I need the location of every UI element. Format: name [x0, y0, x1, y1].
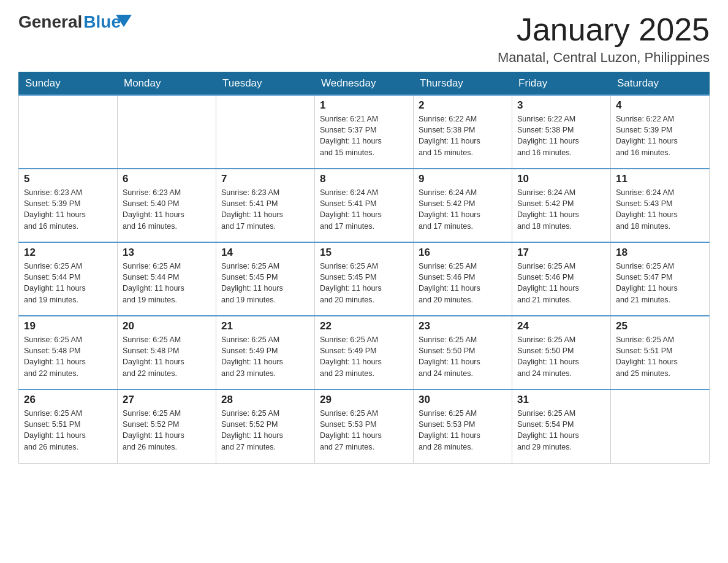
calendar-cell: 20Sunrise: 6:25 AM Sunset: 5:48 PM Dayli… — [118, 316, 216, 389]
calendar-cell: 6Sunrise: 6:23 AM Sunset: 5:40 PM Daylig… — [118, 169, 216, 242]
day-number: 14 — [221, 247, 309, 259]
day-info: Sunrise: 6:25 AM Sunset: 5:47 PM Dayligh… — [616, 261, 704, 305]
month-title: January 2025 — [498, 12, 710, 47]
day-number: 6 — [123, 173, 211, 185]
weekday-header-tuesday: Tuesday — [216, 72, 315, 96]
day-info: Sunrise: 6:25 AM Sunset: 5:48 PM Dayligh… — [123, 334, 211, 379]
day-info: Sunrise: 6:25 AM Sunset: 5:45 PM Dayligh… — [320, 261, 408, 305]
calendar-cell: 5Sunrise: 6:23 AM Sunset: 5:39 PM Daylig… — [19, 169, 118, 242]
calendar-cell: 8Sunrise: 6:24 AM Sunset: 5:41 PM Daylig… — [315, 169, 414, 242]
logo-blue: Blue — [83, 12, 121, 31]
calendar-cell: 26Sunrise: 6:25 AM Sunset: 5:51 PM Dayli… — [19, 389, 118, 463]
week-row: 12Sunrise: 6:25 AM Sunset: 5:44 PM Dayli… — [19, 242, 710, 316]
day-info: Sunrise: 6:25 AM Sunset: 5:53 PM Dayligh… — [419, 408, 507, 453]
weekday-header-row: SundayMondayTuesdayWednesdayThursdayFrid… — [19, 72, 710, 96]
day-info: Sunrise: 6:25 AM Sunset: 5:48 PM Dayligh… — [24, 334, 112, 379]
day-info: Sunrise: 6:25 AM Sunset: 5:46 PM Dayligh… — [517, 261, 605, 305]
calendar-cell — [118, 95, 216, 169]
week-row: 1Sunrise: 6:21 AM Sunset: 5:37 PM Daylig… — [19, 95, 710, 169]
calendar-cell: 21Sunrise: 6:25 AM Sunset: 5:49 PM Dayli… — [216, 316, 315, 389]
calendar-cell: 3Sunrise: 6:22 AM Sunset: 5:38 PM Daylig… — [512, 95, 611, 169]
day-info: Sunrise: 6:23 AM Sunset: 5:41 PM Dayligh… — [221, 187, 309, 232]
day-number: 25 — [616, 320, 704, 332]
day-info: Sunrise: 6:25 AM Sunset: 5:54 PM Dayligh… — [517, 408, 605, 453]
day-info: Sunrise: 6:25 AM Sunset: 5:51 PM Dayligh… — [24, 408, 112, 453]
day-info: Sunrise: 6:23 AM Sunset: 5:40 PM Dayligh… — [123, 187, 211, 232]
day-info: Sunrise: 6:22 AM Sunset: 5:39 PM Dayligh… — [616, 113, 704, 158]
day-info: Sunrise: 6:25 AM Sunset: 5:44 PM Dayligh… — [123, 261, 211, 305]
calendar-table: SundayMondayTuesdayWednesdayThursdayFrid… — [18, 72, 710, 464]
day-number: 24 — [517, 320, 605, 332]
calendar-cell: 29Sunrise: 6:25 AM Sunset: 5:53 PM Dayli… — [315, 389, 414, 463]
day-number: 2 — [419, 99, 507, 112]
calendar-cell: 30Sunrise: 6:25 AM Sunset: 5:53 PM Dayli… — [414, 389, 512, 463]
calendar-cell: 22Sunrise: 6:25 AM Sunset: 5:49 PM Dayli… — [315, 316, 414, 389]
day-number: 19 — [24, 320, 112, 332]
day-number: 12 — [24, 247, 112, 259]
day-number: 21 — [221, 320, 309, 332]
calendar-cell — [19, 95, 118, 169]
calendar-cell: 12Sunrise: 6:25 AM Sunset: 5:44 PM Dayli… — [19, 242, 118, 316]
calendar-cell: 17Sunrise: 6:25 AM Sunset: 5:46 PM Dayli… — [512, 242, 611, 316]
day-info: Sunrise: 6:25 AM Sunset: 5:50 PM Dayligh… — [419, 334, 507, 379]
day-info: Sunrise: 6:21 AM Sunset: 5:37 PM Dayligh… — [320, 113, 408, 158]
calendar-cell: 24Sunrise: 6:25 AM Sunset: 5:50 PM Dayli… — [512, 316, 611, 389]
day-number: 9 — [419, 173, 507, 185]
calendar-cell — [216, 95, 315, 169]
day-number: 11 — [616, 173, 704, 185]
calendar-cell: 15Sunrise: 6:25 AM Sunset: 5:45 PM Dayli… — [315, 242, 414, 316]
weekday-header-monday: Monday — [118, 72, 216, 96]
day-number: 27 — [123, 394, 211, 406]
day-number: 23 — [419, 320, 507, 332]
calendar-cell: 4Sunrise: 6:22 AM Sunset: 5:39 PM Daylig… — [611, 95, 710, 169]
calendar-cell: 13Sunrise: 6:25 AM Sunset: 5:44 PM Dayli… — [118, 242, 216, 316]
day-info: Sunrise: 6:25 AM Sunset: 5:46 PM Dayligh… — [419, 261, 507, 305]
calendar-cell: 25Sunrise: 6:25 AM Sunset: 5:51 PM Dayli… — [611, 316, 710, 389]
day-number: 8 — [320, 173, 408, 185]
day-number: 3 — [517, 99, 605, 112]
week-row: 26Sunrise: 6:25 AM Sunset: 5:51 PM Dayli… — [19, 389, 710, 463]
day-number: 1 — [320, 99, 408, 112]
day-info: Sunrise: 6:25 AM Sunset: 5:49 PM Dayligh… — [320, 334, 408, 379]
day-number: 20 — [123, 320, 211, 332]
calendar-cell: 28Sunrise: 6:25 AM Sunset: 5:52 PM Dayli… — [216, 389, 315, 463]
weekday-header-sunday: Sunday — [19, 72, 118, 96]
day-number: 28 — [221, 394, 309, 406]
day-info: Sunrise: 6:25 AM Sunset: 5:45 PM Dayligh… — [221, 261, 309, 305]
day-info: Sunrise: 6:22 AM Sunset: 5:38 PM Dayligh… — [419, 113, 507, 158]
day-number: 4 — [616, 99, 704, 112]
day-number: 7 — [221, 173, 309, 185]
calendar-cell: 1Sunrise: 6:21 AM Sunset: 5:37 PM Daylig… — [315, 95, 414, 169]
day-number: 18 — [616, 247, 704, 259]
week-row: 5Sunrise: 6:23 AM Sunset: 5:39 PM Daylig… — [19, 169, 710, 242]
day-info: Sunrise: 6:25 AM Sunset: 5:52 PM Dayligh… — [123, 408, 211, 453]
location-subtitle: Manatal, Central Luzon, Philippines — [498, 50, 710, 66]
weekday-header-friday: Friday — [512, 72, 611, 96]
day-number: 16 — [419, 247, 507, 259]
calendar-cell: 27Sunrise: 6:25 AM Sunset: 5:52 PM Dayli… — [118, 389, 216, 463]
calendar-cell: 31Sunrise: 6:25 AM Sunset: 5:54 PM Dayli… — [512, 389, 611, 463]
weekday-header-wednesday: Wednesday — [315, 72, 414, 96]
day-number: 10 — [517, 173, 605, 185]
weekday-header-thursday: Thursday — [414, 72, 512, 96]
calendar-cell: 10Sunrise: 6:24 AM Sunset: 5:42 PM Dayli… — [512, 169, 611, 242]
day-info: Sunrise: 6:25 AM Sunset: 5:49 PM Dayligh… — [221, 334, 309, 379]
day-info: Sunrise: 6:25 AM Sunset: 5:52 PM Dayligh… — [221, 408, 309, 453]
calendar-cell: 7Sunrise: 6:23 AM Sunset: 5:41 PM Daylig… — [216, 169, 315, 242]
day-info: Sunrise: 6:25 AM Sunset: 5:51 PM Dayligh… — [616, 334, 704, 379]
day-info: Sunrise: 6:25 AM Sunset: 5:53 PM Dayligh… — [320, 408, 408, 453]
weekday-header-saturday: Saturday — [611, 72, 710, 96]
day-info: Sunrise: 6:22 AM Sunset: 5:38 PM Dayligh… — [517, 113, 605, 158]
calendar-cell: 9Sunrise: 6:24 AM Sunset: 5:42 PM Daylig… — [414, 169, 512, 242]
page-header: General Blue January 2025 Manatal, Centr… — [18, 12, 710, 66]
calendar-cell — [611, 389, 710, 463]
day-number: 15 — [320, 247, 408, 259]
day-number: 31 — [517, 394, 605, 406]
day-number: 30 — [419, 394, 507, 406]
calendar-cell: 23Sunrise: 6:25 AM Sunset: 5:50 PM Dayli… — [414, 316, 512, 389]
calendar-cell: 14Sunrise: 6:25 AM Sunset: 5:45 PM Dayli… — [216, 242, 315, 316]
logo-general: General — [18, 12, 82, 32]
day-number: 17 — [517, 247, 605, 259]
title-area: January 2025 Manatal, Central Luzon, Phi… — [498, 12, 710, 66]
day-info: Sunrise: 6:25 AM Sunset: 5:50 PM Dayligh… — [517, 334, 605, 379]
